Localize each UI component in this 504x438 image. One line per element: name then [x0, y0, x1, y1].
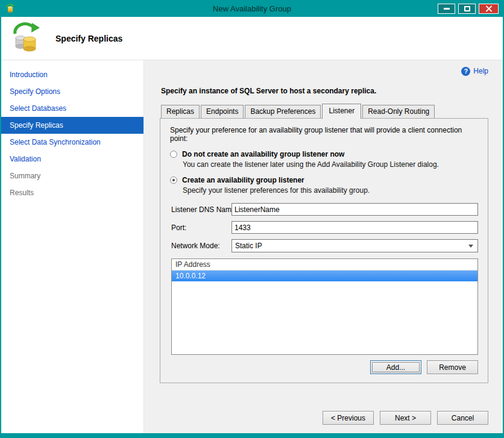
- listener-fields: Listener DNS Name: Port: Network Mode: S…: [171, 203, 478, 252]
- radio-create-listener-circle[interactable]: [170, 177, 177, 184]
- page-instruction: Specify an instance of SQL Server to hos…: [161, 87, 488, 95]
- tab-listener[interactable]: Listener: [322, 104, 361, 119]
- add-button[interactable]: Add...: [370, 360, 421, 374]
- remove-button[interactable]: Remove: [427, 360, 478, 374]
- network-mode-label: Network Mode:: [171, 242, 232, 250]
- radio-create-listener-description: Specify your listener preferences for th…: [183, 186, 478, 195]
- close-icon: [485, 5, 493, 12]
- help-link[interactable]: ? Help: [160, 65, 488, 77]
- close-button[interactable]: [479, 4, 499, 14]
- help-label: Help: [473, 67, 488, 75]
- ip-address-column-header: IP Address: [172, 259, 477, 271]
- network-mode-value: Static IP: [235, 242, 262, 250]
- next-button[interactable]: Next >: [380, 411, 431, 425]
- maximize-button[interactable]: [458, 4, 476, 14]
- list-item[interactable]: 10.0.0.12: [172, 271, 477, 281]
- ip-list-actions: Add... Remove: [170, 360, 478, 374]
- window-controls: [438, 4, 499, 14]
- maximize-icon: [464, 6, 470, 11]
- radio-create-listener[interactable]: Create an availability group listener: [170, 176, 478, 184]
- wizard-steps-sidebar: Introduction Specify Options Select Data…: [1, 60, 144, 433]
- sidebar-item-summary: Summary: [1, 167, 143, 184]
- help-icon: ?: [461, 67, 470, 76]
- radio-no-listener-circle[interactable]: [170, 151, 177, 158]
- window-title: New Availability Group: [1, 4, 503, 13]
- port-label: Port:: [171, 224, 232, 232]
- tab-strip: Replicas Endpoints Backup Preferences Li…: [160, 104, 488, 119]
- replica-database-icon: [11, 21, 43, 56]
- listener-tab-panel: Specify your preference for an availabil…: [160, 118, 488, 383]
- dialog-window: New Availability Group Specify Replicas: [0, 0, 504, 438]
- radio-no-listener[interactable]: Do not create an availability group list…: [170, 150, 478, 158]
- main-panel: ? Help Specify an instance of SQL Server…: [144, 60, 503, 433]
- app-icon: [5, 4, 15, 13]
- radio-no-listener-label[interactable]: Do not create an availability group list…: [182, 150, 344, 158]
- dns-name-label: Listener DNS Name:: [171, 205, 232, 214]
- sidebar-item-introduction[interactable]: Introduction: [1, 66, 143, 83]
- sidebar-item-select-data-synchronization[interactable]: Select Data Synchronization: [1, 134, 143, 151]
- dns-name-input[interactable]: [232, 203, 478, 216]
- minimize-button[interactable]: [438, 4, 455, 14]
- wizard-header: Specify Replicas: [1, 17, 503, 60]
- previous-button[interactable]: < Previous: [323, 411, 374, 425]
- sidebar-item-specify-replicas[interactable]: Specify Replicas: [1, 117, 143, 134]
- cancel-button[interactable]: Cancel: [437, 411, 488, 425]
- page-title: Specify Replicas: [55, 34, 122, 43]
- sidebar-item-validation[interactable]: Validation: [1, 151, 143, 167]
- sidebar-item-select-databases[interactable]: Select Databases: [1, 100, 143, 117]
- radio-create-listener-label[interactable]: Create an availability group listener: [182, 176, 304, 184]
- ip-address-list: IP Address 10.0.0.12: [171, 258, 478, 355]
- listener-intro-text: Specify your preference for an availabil…: [170, 126, 478, 143]
- chevron-down-icon: [468, 245, 473, 248]
- sidebar-item-results: Results: [1, 184, 143, 201]
- port-input[interactable]: [232, 221, 478, 234]
- wizard-navigation: < Previous Next > Cancel: [160, 411, 488, 425]
- radio-no-listener-description: You can create the listener later using …: [183, 160, 478, 169]
- network-mode-select[interactable]: Static IP: [232, 239, 478, 252]
- titlebar[interactable]: New Availability Group: [1, 0, 503, 17]
- wizard-body: Introduction Specify Options Select Data…: [1, 60, 503, 433]
- sidebar-item-specify-options[interactable]: Specify Options: [1, 83, 143, 100]
- minimize-icon: [444, 8, 450, 10]
